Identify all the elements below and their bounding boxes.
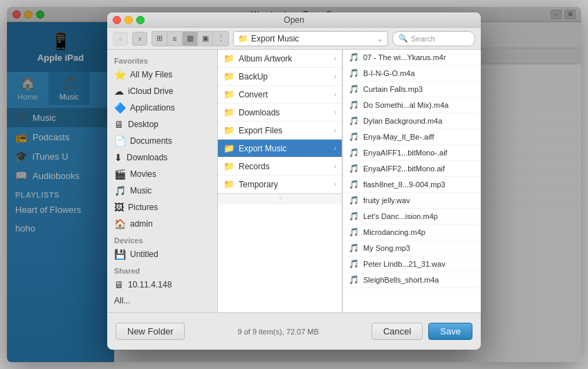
- dialog-body: Favorites ⭐ All My Files ☁ iCloud Drive …: [107, 50, 481, 312]
- folder-name: Album Artwork: [239, 54, 292, 64]
- file-icon: 🎵: [349, 211, 359, 221]
- chevron-right-icon: ›: [334, 55, 336, 62]
- file-item[interactable]: 🎵 Do Somethi...al Mix).m4a: [343, 97, 481, 113]
- search-placeholder: Search: [411, 35, 435, 43]
- downloads-label: Downloads: [127, 153, 167, 162]
- dialog-sidebar-item-documents[interactable]: 📄 Documents: [107, 133, 217, 149]
- folder-name: Downloads: [239, 108, 279, 117]
- file-item[interactable]: 🎵 07 - The wi...Ykarus.m4r: [343, 50, 481, 66]
- forward-arrow[interactable]: ›: [132, 32, 147, 46]
- folder-icon: 📁: [223, 89, 235, 100]
- folder-downloads[interactable]: 📁 Downloads ›: [218, 104, 342, 122]
- dialog-sidebar-item-applications[interactable]: 🔷 Applications: [107, 100, 217, 116]
- file-name: SleighBells_short.m4a: [363, 276, 439, 284]
- save-button[interactable]: Save: [428, 323, 472, 340]
- file-item[interactable]: 🎵 Microdancing.m4p: [343, 225, 481, 240]
- folder-backup[interactable]: 📁 BackUp ›: [218, 68, 342, 86]
- dialog-overlay: Open ‹ › ⊞ ≡ ▦ ▣ ⋮ 📁 Export Music ⌄: [7, 7, 581, 362]
- dialog-sidebar-item-admin[interactable]: 🏠 admin: [107, 216, 217, 232]
- folder-name: BackUp: [239, 72, 268, 82]
- pictures-icon: 🖼: [114, 202, 124, 213]
- dialog-close-button[interactable]: [113, 16, 121, 24]
- dialog-sidebar-item-untitled[interactable]: 💾 Untitled: [107, 246, 217, 263]
- dialog-traffic-lights: [113, 16, 145, 24]
- file-icon: 🎵: [349, 116, 359, 126]
- file-item[interactable]: 🎵 Dylan Background.m4a: [343, 113, 481, 129]
- folder-icon: 📁: [223, 107, 235, 117]
- file-item[interactable]: 🎵 Peter Lindb...21_31.wav: [343, 256, 481, 272]
- folder-convert[interactable]: 📁 Convert ›: [218, 86, 342, 104]
- file-item[interactable]: 🎵 Let's Danc...ision.m4p: [343, 209, 481, 225]
- dialog-sidebar-item-pictures[interactable]: 🖼 Pictures: [107, 199, 217, 216]
- file-item[interactable]: 🎵 Curtain Falls.mp3: [343, 82, 481, 97]
- file-item[interactable]: 🎵 Enya-May_It_Be-.aiff: [343, 129, 481, 145]
- file-icon: 🎵: [349, 100, 359, 110]
- all-my-files-label: All My Files: [130, 70, 172, 79]
- location-dropdown[interactable]: 📁 Export Music ⌄: [233, 31, 388, 46]
- untitled-drive-icon: 💾: [114, 249, 126, 260]
- dialog-footer: New Folder 9 of 9 item(s), 72.07 MB Canc…: [107, 312, 481, 350]
- icon-view-btn[interactable]: ⊞: [152, 32, 167, 46]
- file-name: flash8net_8...9-004.mp3: [363, 180, 445, 189]
- cover-view-btn[interactable]: ▣: [198, 32, 213, 46]
- folder-records[interactable]: 📁 Records ›: [218, 158, 342, 176]
- open-dialog: Open ‹ › ⊞ ≡ ▦ ▣ ⋮ 📁 Export Music ⌄: [107, 12, 481, 350]
- folder-icon: 📁: [223, 161, 235, 171]
- folder-album-artwork[interactable]: 📁 Album Artwork ›: [218, 50, 342, 68]
- file-item[interactable]: 🎵 fruity jelly.wav: [343, 193, 481, 209]
- folder-export-music[interactable]: 📁 Export Music ›: [218, 140, 342, 158]
- chevron-right-icon: ›: [334, 180, 336, 188]
- file-name: Curtain Falls.mp3: [363, 85, 423, 93]
- location-chevron-icon: ⌄: [376, 34, 383, 44]
- file-item[interactable]: 🎵 EnyaAIFF2...bitMono.aif: [343, 161, 481, 177]
- devices-label: Devices: [107, 232, 217, 246]
- file-item[interactable]: 🎵 My Song.mp3: [343, 240, 481, 256]
- file-icon: 🎵: [349, 180, 359, 189]
- dialog-sidebar-item-downloads[interactable]: ⬇ Downloads: [107, 149, 217, 166]
- folder-name: Records: [239, 162, 270, 171]
- dialog-title-bar: Open: [107, 12, 481, 28]
- chevron-right-icon: ›: [334, 144, 336, 152]
- folder-name: Export Music: [239, 144, 286, 153]
- folder-export-files[interactable]: 📁 Export Files ›: [218, 122, 342, 140]
- dialog-minimize-button[interactable]: [125, 16, 133, 24]
- dialog-sidebar-item-ip[interactable]: 🖥 10.11.4.148: [107, 276, 217, 293]
- file-item[interactable]: 🎵 EnyaAIFF1...bitMono-.aif: [343, 145, 481, 161]
- back-arrow[interactable]: ‹: [113, 32, 128, 46]
- dialog-sidebar: Favorites ⭐ All My Files ☁ iCloud Drive …: [107, 50, 218, 312]
- file-icon: 🎵: [349, 243, 359, 253]
- dialog-status: 9 of 9 item(s), 72.07 MB: [185, 328, 371, 336]
- dialog-maximize-button[interactable]: [136, 16, 145, 24]
- dialog-sidebar-item-music[interactable]: 🎵 Music: [107, 182, 217, 199]
- share-view-btn[interactable]: ⋮: [213, 32, 228, 46]
- chevron-right-icon: ›: [334, 162, 336, 170]
- ip-label: 10.11.4.148: [128, 280, 172, 290]
- admin-icon: 🏠: [114, 218, 126, 229]
- dialog-sidebar-item-all[interactable]: All...: [107, 293, 217, 308]
- cancel-button[interactable]: Cancel: [371, 323, 423, 340]
- dialog-sidebar-item-movies[interactable]: 🎬 Movies: [107, 166, 217, 182]
- file-name: Dylan Background.m4a: [363, 117, 442, 125]
- file-item[interactable]: 🎵 B-I-N-G-O.m4a: [343, 66, 481, 82]
- dialog-folders: 📁 Album Artwork › 📁 BackUp ›: [218, 50, 342, 312]
- dialog-sidebar-item-icloud[interactable]: ☁ iCloud Drive: [107, 83, 217, 100]
- file-name: Peter Lindb...21_31.wav: [363, 260, 445, 268]
- new-folder-button[interactable]: New Folder: [116, 323, 185, 340]
- icloud-label: iCloud Drive: [128, 86, 173, 96]
- file-icon: 🎵: [349, 227, 359, 237]
- view-buttons: ⊞ ≡ ▦ ▣ ⋮: [151, 31, 229, 46]
- folder-temporary[interactable]: 📁 Temporary ›: [218, 176, 342, 193]
- file-item[interactable]: 🎵 SleighBells_short.m4a: [343, 272, 481, 288]
- file-icon: 🎵: [349, 68, 359, 78]
- folder-name: Export Files: [239, 126, 282, 135]
- search-box[interactable]: 🔍 Search: [392, 31, 475, 46]
- column-view-btn[interactable]: ▦: [183, 32, 198, 46]
- list-view-btn[interactable]: ≡: [167, 32, 183, 46]
- chevron-right-icon: ›: [334, 126, 336, 134]
- file-item[interactable]: 🎵 flash8net_8...9-004.mp3: [343, 177, 481, 193]
- dialog-sidebar-item-all-my-files[interactable]: ⭐ All My Files: [107, 66, 217, 83]
- favorites-label: Favorites: [107, 53, 217, 66]
- dialog-toolbar: ‹ › ⊞ ≡ ▦ ▣ ⋮ 📁 Export Music ⌄ 🔍 Search: [107, 28, 481, 50]
- dialog-sidebar-item-desktop[interactable]: 🖥 Desktop: [107, 116, 217, 133]
- location-label: Export Music: [251, 34, 299, 44]
